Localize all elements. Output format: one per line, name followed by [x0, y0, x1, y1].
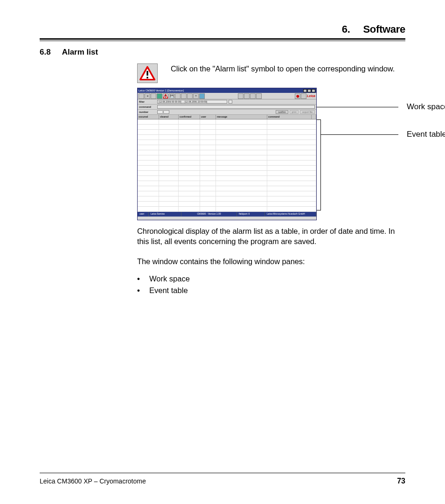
col-user: user — [200, 115, 216, 119]
screenshot-figure: Leica CM3600 Version 1 [Demoversion] ✕ — [137, 88, 405, 220]
section-number: 6.8 — [40, 48, 51, 57]
callout-workspace: Work space — [317, 102, 445, 112]
number-value: 0 — [157, 110, 169, 114]
svg-rect-4 — [165, 95, 166, 97]
filter-toggle[interactable] — [229, 100, 232, 104]
table-header: occured cleared confirmed user message c… — [138, 115, 316, 119]
footer-product: Leica CM3600 XP – Cryomacrotome — [40, 477, 146, 485]
alarm-list-window: Leica CM3600 Version 1 [Demoversion] ✕ — [137, 88, 317, 220]
status-icon[interactable] — [301, 93, 306, 99]
maximize-icon[interactable] — [307, 89, 311, 92]
help-icon[interactable]: ? — [193, 93, 199, 99]
footer-page-number: 73 — [397, 477, 405, 485]
nav-next-icon[interactable] — [250, 93, 256, 99]
event-table-body[interactable] — [138, 119, 316, 212]
col-scroll — [312, 115, 316, 119]
col-confirmed: confirmed — [179, 115, 200, 119]
bullet-eventtable: Event table — [137, 285, 405, 296]
command-input[interactable] — [157, 105, 315, 109]
window-titlebar: Leica CM3600 Version 1 [Demoversion] — [138, 88, 316, 93]
paragraph-2: The window contains the following window… — [137, 256, 398, 266]
chapter-number: 6. — [342, 23, 350, 35]
col-occured: occured — [138, 115, 159, 119]
export-icon[interactable] — [187, 93, 193, 99]
section-title: Alarm list — [62, 48, 98, 56]
filter-value[interactable]: [12.08.2006 00:00:00] ... [12.08.2006 23… — [157, 100, 227, 104]
filter-label: filter — [139, 100, 156, 103]
print-icon[interactable] — [181, 93, 187, 99]
status-bar: user: Leica Service CM3600 - Version 1.0… — [138, 212, 316, 217]
intro-text: Click on the "Alarm list" symbol to open… — [171, 63, 395, 74]
tools-icon[interactable]: ✕ — [145, 93, 150, 99]
pane-list: Work space Event table — [137, 273, 405, 296]
col-message: message — [216, 115, 267, 119]
header-rule — [40, 38, 405, 41]
chapter-header: 6.Software — [40, 23, 405, 38]
status-user-label: user: — [138, 212, 149, 217]
status-version: CM3600 - Version 1.00 — [181, 212, 237, 217]
nav-last-icon[interactable] — [256, 93, 262, 99]
alarm-icon[interactable] — [163, 93, 168, 99]
filter-row: filter [12.08.2006 00:00:00] ... [12.08.… — [138, 99, 316, 105]
export-button[interactable]: export file — [300, 110, 315, 114]
svg-rect-1 — [146, 71, 148, 76]
user-icon[interactable] — [175, 93, 181, 99]
alarm-list-icon — [137, 63, 158, 83]
cut-icon[interactable] — [157, 93, 162, 99]
svg-rect-5 — [165, 97, 166, 98]
paragraph-1: Chronological display of the alarm list … — [137, 226, 398, 247]
bullet-workspace: Work space — [137, 273, 405, 285]
callout-eventtable-label: Event table — [407, 130, 445, 139]
page-footer: Leica CM3600 XP – Cryomacrotome 73 — [40, 473, 405, 485]
status-user: Leica Service — [149, 212, 181, 217]
number-row: number 0 confirm print export file — [138, 110, 316, 115]
confirm-button[interactable]: confirm — [276, 110, 288, 114]
toolbar: ✕ 💾 ? — [138, 93, 316, 99]
save-icon[interactable]: 💾 — [169, 93, 174, 99]
section-heading: 6.8Alarm list — [40, 48, 405, 57]
number-label: number — [139, 111, 156, 113]
chart-icon[interactable] — [151, 93, 156, 99]
minimize-icon[interactable] — [303, 89, 307, 92]
status-company: Leica Microsystems Nussloch GmbH — [265, 212, 316, 217]
col-command: command — [267, 115, 312, 119]
callout-eventtable: Event table — [321, 130, 445, 139]
command-label: command — [139, 105, 156, 108]
view-icon[interactable] — [199, 93, 205, 99]
window-title: Leica CM3600 Version 1 [Demoversion] — [139, 89, 184, 92]
nav-first-icon[interactable] — [238, 93, 243, 99]
svg-rect-2 — [146, 77, 148, 78]
leica-logo: Leica — [307, 94, 315, 98]
print-button[interactable]: print — [290, 110, 299, 114]
status-port: fieldport: 0 — [237, 212, 265, 217]
chapter-title: Software — [363, 23, 405, 35]
command-row: command — [138, 105, 316, 110]
col-cleared: cleared — [159, 115, 179, 119]
toolbar-icon-1[interactable] — [139, 93, 144, 99]
callout-workspace-label: Work space — [407, 102, 445, 112]
nav-prev-icon[interactable] — [244, 93, 250, 99]
alarm-bell-icon[interactable]: ⬤ — [295, 93, 300, 99]
close-icon[interactable] — [312, 89, 315, 92]
